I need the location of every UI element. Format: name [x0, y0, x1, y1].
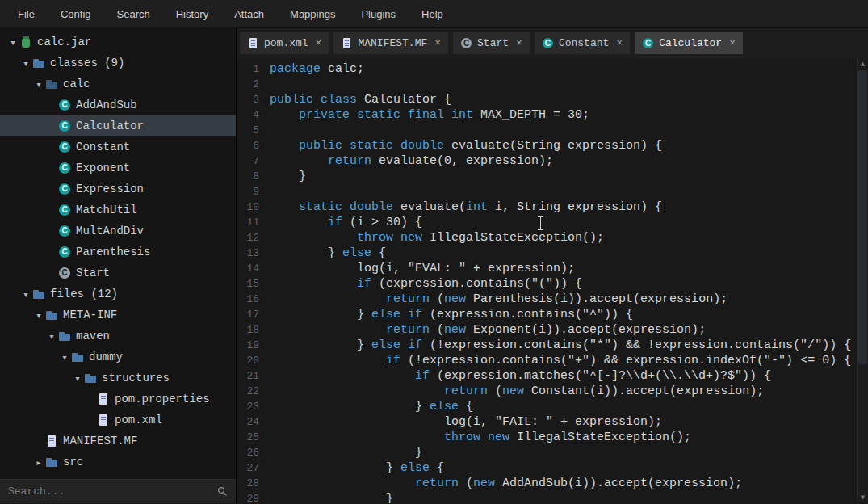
- menu-item-plugins[interactable]: Plugins: [348, 0, 409, 28]
- tab-calculator[interactable]: Calculator ×: [635, 32, 743, 54]
- tree-item-calc[interactable]: ▾ calc: [0, 74, 236, 94]
- line-number: 17: [237, 307, 259, 322]
- code-line-11: 11 if (i > 30) {: [237, 215, 857, 230]
- expander-icon[interactable]: ▾: [19, 59, 32, 68]
- tab-close-icon[interactable]: ×: [516, 37, 522, 49]
- code-line-14: 14 log(i, "EVAL: " + expression);: [237, 261, 857, 276]
- menu-item-label: History: [176, 8, 208, 20]
- tree-item-dummy[interactable]: ▾ dummy: [0, 346, 236, 368]
- line-number: 24: [237, 414, 259, 430]
- tree-item-matchutil[interactable]: MatchUtil: [0, 200, 236, 220]
- code-line-27: 27 } else {: [237, 460, 857, 476]
- expander-icon[interactable]: ▾: [32, 311, 45, 320]
- tab-bar: pom.xml × MANIFEST.MF × Start × Constant…: [237, 28, 868, 58]
- tree-item-maven[interactable]: ▾ maven: [0, 326, 236, 346]
- line-number: 27: [237, 460, 259, 476]
- expander-icon[interactable]: ▸: [32, 458, 45, 467]
- line-number: 23: [237, 399, 259, 414]
- expander-icon[interactable]: ▾: [6, 38, 19, 47]
- tab-start[interactable]: Start ×: [453, 32, 530, 54]
- tree-item-structures[interactable]: ▾ structures: [0, 368, 236, 388]
- tree-item-meta-inf[interactable]: ▾ META-INF: [0, 304, 236, 326]
- tab-close-icon[interactable]: ×: [316, 37, 322, 49]
- code-line-22: 22 return (new Constant(i)).accept(expre…: [237, 384, 857, 399]
- tree-item-pom-xml[interactable]: pom.xml: [0, 410, 236, 430]
- code-editor[interactable]: 1 package calc; 2 3 public class Calcula…: [237, 58, 868, 503]
- folder-icon: [84, 372, 97, 384]
- tab-close-icon[interactable]: ×: [616, 37, 623, 49]
- class-icon: [58, 162, 71, 174]
- menu-item-attach[interactable]: Attach: [221, 0, 277, 28]
- menu-item-history[interactable]: History: [163, 0, 221, 28]
- code-line-19: 19 } else if (!expression.contains("*") …: [237, 338, 857, 353]
- code-line-9: 9: [237, 184, 857, 200]
- expander-icon[interactable]: ▾: [45, 332, 58, 341]
- scroll-down-icon[interactable]: ▼: [858, 492, 868, 503]
- main-panel: pom.xml × MANIFEST.MF × Start × Constant…: [237, 28, 868, 503]
- code-line-2: 2: [237, 77, 857, 92]
- scrollbar-thumb[interactable]: [858, 70, 867, 364]
- tree-item-src[interactable]: ▸ src: [0, 452, 236, 472]
- tree-item-classes-9[interactable]: ▾ classes (9): [0, 52, 236, 74]
- tree-item-expression[interactable]: Expression: [0, 178, 236, 200]
- tree-item-label: structures: [102, 372, 170, 384]
- expander-icon[interactable]: ▾: [71, 374, 84, 383]
- folder-icon: [71, 351, 84, 363]
- tree-item-exponent[interactable]: Exponent: [0, 158, 236, 178]
- tree-item-parenthesis[interactable]: Parenthesis: [0, 242, 236, 262]
- tab-label: Constant: [559, 37, 609, 49]
- line-number: 20: [237, 353, 259, 368]
- tree-item-files-12[interactable]: ▾ files (12): [0, 284, 236, 304]
- menu-item-search[interactable]: Search: [104, 0, 163, 28]
- tree-item-constant[interactable]: Constant: [0, 136, 236, 158]
- code-line-29: 29 }: [237, 491, 857, 503]
- tree-item-pom-properties[interactable]: pom.properties: [0, 388, 236, 410]
- code-line-16: 16 return (new Parenthesis(i)).accept(ex…: [237, 292, 857, 307]
- tab-pom-xml[interactable]: pom.xml ×: [240, 32, 329, 54]
- menu-bar: File Config Search History Attach Mappin…: [0, 0, 868, 28]
- tab-manifest-mf[interactable]: MANIFEST.MF ×: [333, 32, 448, 54]
- tab-close-icon[interactable]: ×: [729, 37, 736, 49]
- expander-icon[interactable]: ▾: [32, 80, 45, 89]
- scroll-up-icon[interactable]: ▲: [858, 58, 868, 69]
- tree-item-label: AddAndSub: [76, 99, 137, 111]
- menu-item-mappings[interactable]: Mappings: [277, 0, 348, 28]
- line-number: 19: [237, 338, 259, 353]
- folder-icon: [45, 309, 58, 321]
- tree-item-manifest-mf[interactable]: MANIFEST.MF: [0, 430, 236, 452]
- expander-icon[interactable]: ▾: [19, 290, 32, 299]
- tree-item-label: files (12): [50, 288, 118, 300]
- menu-item-file[interactable]: File: [5, 0, 48, 28]
- line-number: 15: [237, 276, 259, 292]
- code-line-28: 28 return (new AddAndSub(i)).accept(expr…: [237, 476, 857, 491]
- tree-item-addandsub[interactable]: AddAndSub: [0, 94, 236, 116]
- tree-item-label: Start: [76, 267, 110, 279]
- menu-item-help[interactable]: Help: [409, 0, 456, 28]
- search-input[interactable]: [0, 480, 217, 503]
- menu-item-config[interactable]: Config: [48, 0, 104, 28]
- code-line-18: 18 return (new Exponent(i)).accept(expre…: [237, 322, 857, 338]
- tree-item-label: dummy: [89, 351, 123, 363]
- line-number: 14: [237, 261, 259, 276]
- tab-constant[interactable]: Constant ×: [535, 32, 630, 54]
- line-number: 26: [237, 445, 259, 460]
- tree-item-label: MatchUtil: [76, 204, 137, 216]
- tab-label: Start: [477, 37, 509, 49]
- tree-item-label: classes (9): [50, 57, 124, 69]
- menu-item-label: Attach: [234, 8, 264, 20]
- expander-icon[interactable]: ▾: [58, 353, 71, 362]
- tree-item-calculator[interactable]: Calculator: [0, 116, 236, 136]
- code-area: 1 package calc; 2 3 public class Calcula…: [237, 58, 857, 503]
- package-icon: [45, 78, 58, 90]
- code-line-1: 1 package calc;: [237, 61, 857, 77]
- menu-item-label: File: [18, 8, 35, 20]
- tab-close-icon[interactable]: ×: [434, 37, 441, 49]
- class-icon: [542, 37, 554, 49]
- class-gray-icon: [58, 267, 71, 279]
- tree-item-start[interactable]: Start: [0, 262, 236, 284]
- tree-item-multanddiv[interactable]: MultAndDiv: [0, 220, 236, 242]
- class-icon: [58, 246, 71, 258]
- tree-item-calc-jar[interactable]: ▾ calc.jar: [0, 32, 236, 52]
- vertical-scrollbar[interactable]: ▲ ▼: [857, 58, 868, 503]
- search-icon: [217, 486, 228, 497]
